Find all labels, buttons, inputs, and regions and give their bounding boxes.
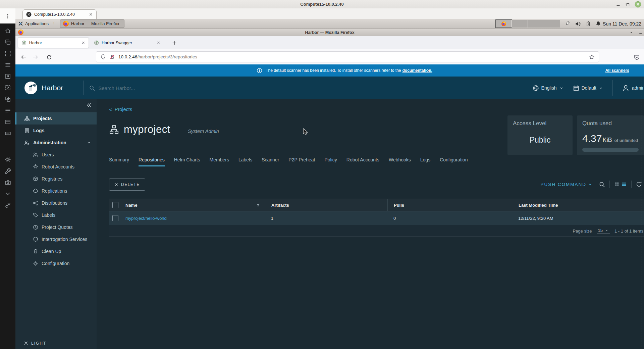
browser-tab-harbor-swagger[interactable]: Harbor Swagger [91,38,164,48]
applications-menu[interactable]: Applications ⋮ [15,21,59,26]
shade-window-icon[interactable] [629,31,633,35]
tab-policy[interactable]: Policy [324,157,337,166]
language-dropdown[interactable]: English [529,85,567,91]
dynamic-resolution-button[interactable] [4,84,11,91]
tab-summary[interactable]: Summary [109,157,129,166]
tab-repositories[interactable]: Repositories [139,157,165,166]
sidebar-item-registries[interactable]: Registries [15,173,97,185]
tab-members[interactable]: Members [210,157,229,166]
menu-lines-button[interactable] [4,61,11,68]
back-button[interactable] [19,53,28,61]
account-shield-icon[interactable] [633,53,641,61]
usb-device-icon[interactable] [564,20,571,27]
tab-webhooks[interactable]: Webhooks [389,157,411,166]
search-repositories-icon[interactable] [599,181,605,188]
workspace-3[interactable] [528,20,544,28]
fullscreen-button[interactable] [4,50,11,57]
disconnect-button[interactable] [4,202,11,208]
panel-clock[interactable]: Sun 11 Dec, 09:22 [603,19,641,28]
tracking-protection-shield-icon[interactable] [100,54,106,60]
tab-robot-accounts[interactable]: Robot Accounts [346,157,379,166]
close-tab-icon[interactable] [82,41,85,45]
breadcrumb-projects-link[interactable]: Projects [115,107,132,112]
sidebar-item-projects[interactable]: Projects [15,112,97,124]
new-tab-button[interactable] [170,39,178,47]
forward-button[interactable] [32,53,40,61]
screenshot-button[interactable] [4,179,11,186]
home-button[interactable] [4,27,11,34]
flavor-dropdown[interactable]: Default [570,85,606,91]
close-window-icon[interactable] [635,1,641,8]
sidebar-item-clean-up[interactable]: Clean Up [15,245,97,257]
workspace-4[interactable] [544,20,560,28]
column-last-modified[interactable]: Last Modified Time [519,203,558,208]
push-command-dropdown[interactable]: PUSH COMMAND [540,182,592,187]
duplicate-window-button[interactable] [4,39,11,45]
column-pulls[interactable]: Pulls [394,203,404,208]
sidebar-item-project-quotas[interactable]: Project Quotas [15,221,97,233]
workspace-2[interactable] [512,20,528,28]
panel-window-button[interactable] [4,118,11,125]
tab-configuration[interactable]: Configuration [440,157,468,166]
insecure-lock-icon[interactable] [109,54,115,60]
quota-suffix: of unlimited [614,138,638,143]
sidebar-item-replications[interactable]: Replications [15,185,97,197]
taskbar-window-button[interactable]: Harbor — Mozilla Firefox [60,19,124,28]
volume-icon[interactable] [575,21,581,27]
workspace-1[interactable] [496,20,512,28]
minimize-window-icon[interactable] [639,31,643,35]
column-name[interactable]: Name [125,203,137,208]
global-search[interactable] [89,85,240,91]
list-view-icon[interactable] [622,182,627,187]
sidebar-item-robot-accounts[interactable]: Robot Accounts [15,161,97,173]
kebab-menu-icon[interactable] [0,8,15,23]
theme-toggle[interactable]: LIGHT [23,341,46,346]
close-tab-icon[interactable] [157,41,160,45]
tools-button[interactable] [4,167,11,174]
collapse-toolbar-button[interactable] [4,190,11,197]
breadcrumb[interactable]: < Projects [109,107,132,112]
bookmark-star-icon[interactable] [589,54,595,60]
repository-link[interactable]: myproject/hello-world [125,216,167,221]
documentation-link[interactable]: documentation. [402,68,432,73]
battery-icon[interactable] [585,21,591,27]
card-view-icon[interactable] [614,182,620,187]
minimize-window-icon[interactable] [616,2,621,7]
keyboard-grab-button[interactable] [4,130,11,137]
select-all-checkbox[interactable] [112,202,118,208]
row-checkbox[interactable] [112,215,118,221]
tab-p2p-preheat[interactable]: P2P Preheat [288,157,315,166]
maximize-window-icon[interactable] [625,2,630,7]
close-tab-icon[interactable] [89,12,93,16]
all-scanners-link[interactable]: All scanners [605,68,629,73]
url-bar[interactable]: 10.0.2.46/harbor/projects/3/repositories [96,51,599,62]
delete-button[interactable]: DELETE [109,179,145,191]
tab-labels[interactable]: Labels [238,157,252,166]
remote-viewer-tab[interactable]: Compute15-10.0.2.40 [22,9,97,19]
remote-toolbar-icons [0,27,15,208]
tab-scanner[interactable]: Scanner [262,157,279,166]
sidebar-item-administration[interactable]: Administration [15,137,97,149]
search-input[interactable] [98,85,240,91]
browser-tab-harbor[interactable]: Harbor [18,38,89,48]
sidebar-item-configuration[interactable]: Configuration [15,257,97,269]
tab-helm-charts[interactable]: Helm Charts [174,157,200,166]
tab-logs[interactable]: Logs [420,157,430,166]
refresh-icon[interactable] [636,181,642,187]
notifications-bell-icon[interactable] [595,21,601,27]
sidebar-item-distributions[interactable]: Distributions [15,197,97,209]
scaled-mode-button[interactable] [4,96,11,102]
page-size-select[interactable]: 15 [597,228,610,234]
sidebar-item-users[interactable]: Users [15,149,97,161]
filter-icon[interactable] [256,203,260,207]
multi-monitor-button[interactable] [4,107,11,114]
sidebar-item-labels[interactable]: Labels [15,209,97,221]
sidebar-item-logs[interactable]: Logs [15,124,97,137]
sidebar-item-interrogation-services[interactable]: Interrogation Services [15,233,97,245]
reload-button[interactable] [45,53,53,61]
resize-fit-button[interactable] [4,73,11,80]
column-artifacts[interactable]: Artifacts [271,203,289,208]
preferences-button[interactable] [4,156,11,163]
collapse-sidebar-icon[interactable] [86,102,92,108]
user-menu[interactable]: admin [619,85,644,92]
